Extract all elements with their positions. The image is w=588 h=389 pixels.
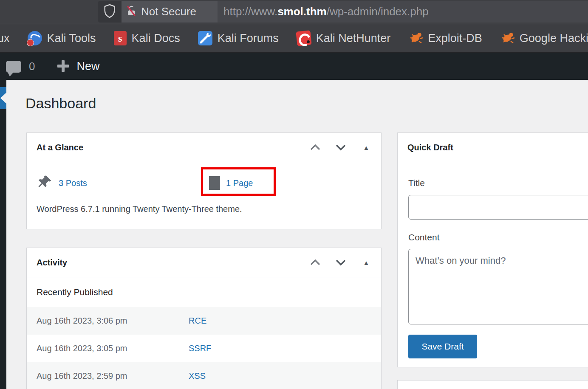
- at-a-glance-widget: At a Glance ▲ 3 Posts 1 Page WordPress 6…: [26, 132, 382, 229]
- draft-title-input[interactable]: [408, 195, 588, 220]
- activity-header: Activity ▲: [27, 248, 381, 277]
- shield-icon: [103, 3, 116, 20]
- bookmark-label: Kali NetHunter: [316, 32, 391, 45]
- url-prefix: http://www.: [223, 5, 277, 18]
- bookmark-label: ux: [0, 32, 10, 45]
- plus-icon: [55, 58, 71, 75]
- kali-forums-icon: [198, 31, 212, 45]
- chevron-up-icon[interactable]: [309, 142, 322, 152]
- activity-widget: Activity ▲ Recently Published Aug 16th 2…: [26, 248, 382, 389]
- bookmarks-bar: ux Kali Tools s Kali Docs Kali Forums Ka…: [0, 24, 588, 53]
- site-security-chip[interactable]: Not Secure: [122, 1, 218, 23]
- admin-bar-new[interactable]: New: [55, 58, 99, 75]
- bookmark-exploit-db[interactable]: Exploit-DB: [399, 31, 491, 45]
- post-link[interactable]: RCE: [189, 316, 206, 326]
- post-link[interactable]: SSRF: [189, 344, 211, 353]
- draft-content-textarea[interactable]: [408, 249, 588, 324]
- kali-nethunter-icon: [296, 30, 311, 46]
- bookmark-label: Kali Forums: [218, 32, 279, 45]
- toggle-panel-icon[interactable]: ▲: [360, 257, 373, 268]
- bookmark-label: Exploit-DB: [428, 32, 482, 45]
- pushpin-icon: [37, 174, 53, 192]
- chevron-down-icon[interactable]: [334, 142, 347, 152]
- not-secure-label: Not Secure: [141, 5, 196, 18]
- new-label: New: [76, 60, 99, 73]
- wp-admin-bar: 0 New: [0, 53, 588, 80]
- wordpress-version-text: WordPress 6.7.1 running Twenty Twenty-Th…: [37, 204, 242, 214]
- save-draft-button[interactable]: Save Draft: [408, 335, 477, 358]
- quick-draft-widget: Quick Draft Title Content Save Draft: [397, 132, 588, 367]
- posts-link[interactable]: 3 Posts: [59, 178, 87, 188]
- widget-title: Quick Draft: [398, 143, 453, 152]
- next-widget-partial: [397, 380, 588, 389]
- kali-docs-icon: s: [114, 31, 127, 45]
- url-bar[interactable]: http://www.smol.thm/wp-admin/index.php: [218, 1, 588, 23]
- admin-sidebar-edge: [0, 80, 6, 389]
- glance-posts: 3 Posts: [37, 174, 87, 192]
- post-date: Aug 16th 2023, 2:59 pm: [37, 371, 189, 381]
- browser-toolbar: Not Secure http://www.smol.thm/wp-admin/…: [0, 0, 588, 24]
- recently-published-heading: Recently Published: [27, 277, 381, 307]
- post-date: Aug 16th 2023, 3:06 pm: [37, 316, 189, 326]
- bookmark-label: Kali Docs: [132, 32, 180, 45]
- bookmark-kali-nethunter[interactable]: Kali NetHunter: [288, 31, 400, 45]
- at-a-glance-header: At a Glance ▲: [27, 133, 381, 162]
- page-title: Dashboard: [25, 95, 96, 112]
- widget-title: At a Glance: [27, 143, 83, 152]
- content-label: Content: [408, 232, 440, 242]
- post-date: Aug 16th 2023, 3:05 pm: [37, 344, 189, 353]
- activity-row: Aug 16th 2023, 3:06 pm RCE: [27, 307, 381, 335]
- bookmark-kali-docs[interactable]: s Kali Docs: [105, 31, 189, 45]
- activity-row: Aug 16th 2023, 3:05 pm SSRF: [27, 335, 381, 362]
- quick-draft-header: Quick Draft: [398, 133, 588, 162]
- bookmark-kali-tools[interactable]: Kali Tools: [19, 31, 105, 45]
- sidebar-item-dashboard-active[interactable]: [0, 87, 6, 109]
- url-path: /wp-admin/index.php: [327, 5, 429, 18]
- insecure-lock-icon: [125, 4, 138, 20]
- kali-tools-icon: [28, 31, 42, 45]
- title-label: Title: [408, 178, 425, 188]
- bookmark-kali-linux[interactable]: ux: [0, 32, 19, 45]
- post-link[interactable]: XSS: [189, 371, 206, 381]
- bookmark-label: Google Hacking D: [520, 32, 588, 45]
- toggle-panel-icon[interactable]: ▲: [360, 142, 373, 152]
- bookmark-kali-forums[interactable]: Kali Forums: [189, 31, 288, 45]
- bookmark-label: Kali Tools: [47, 32, 96, 45]
- widget-title: Activity: [27, 258, 67, 268]
- bug-icon: [500, 31, 514, 45]
- comments-count: 0: [29, 60, 35, 73]
- activity-row: Aug 16th 2023, 2:59 pm XSS: [27, 362, 381, 389]
- url-host: smol.thm: [277, 5, 327, 18]
- admin-bar-comments[interactable]: 0: [0, 60, 35, 73]
- browser-window: Not Secure http://www.smol.thm/wp-admin/…: [0, 0, 588, 389]
- bug-icon: [408, 31, 423, 45]
- dashboard-content: Dashboard At a Glance ▲ 3 Posts 1 Page: [0, 80, 588, 389]
- annotation-red-box: [201, 167, 276, 196]
- bookmark-google-hacking-db[interactable]: Google Hacking D: [491, 31, 588, 45]
- shield-button[interactable]: [98, 1, 122, 23]
- chevron-down-icon[interactable]: [334, 257, 347, 268]
- chevron-up-icon[interactable]: [309, 257, 322, 268]
- comments-icon: [6, 61, 21, 73]
